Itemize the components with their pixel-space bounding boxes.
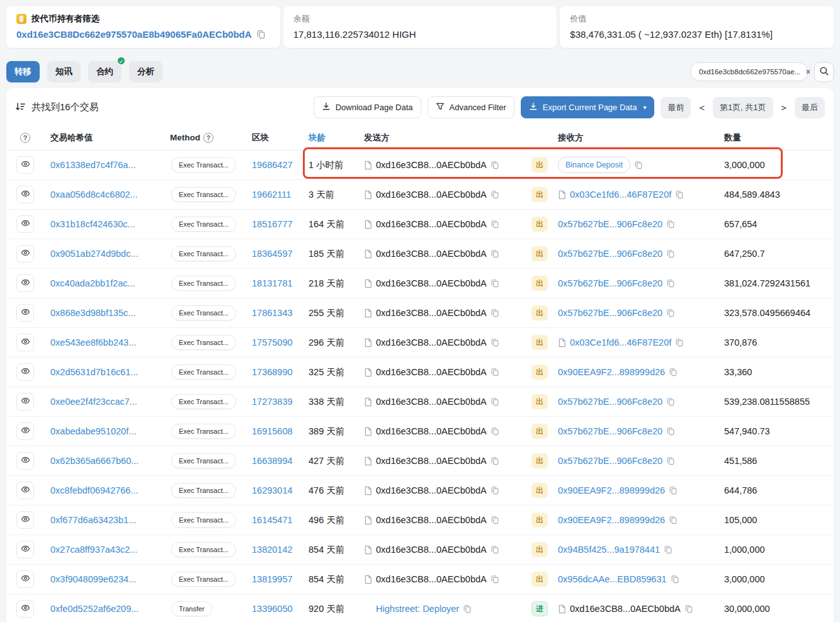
view-details-button[interactable] [16, 422, 34, 440]
tx-hash-link[interactable]: 0x868e3d98bf135c... [50, 308, 135, 318]
view-details-button[interactable] [16, 186, 34, 203]
copy-icon[interactable] [666, 308, 675, 317]
from-address[interactable]: 0xd16e3CB8...0AECb0bdA [376, 426, 487, 436]
block-link[interactable]: 18364597 [252, 249, 293, 259]
export-page-data-button[interactable]: Export Current Page Data ▾ [521, 96, 655, 118]
tx-hash-link[interactable]: 0xfe0d5252af6e209... [50, 604, 139, 614]
block-link[interactable]: 17861343 [252, 308, 293, 318]
method-badge[interactable]: Exec Transact... [171, 424, 236, 439]
copy-icon[interactable] [491, 279, 499, 288]
from-address[interactable]: 0xd16e3CB8...0AECb0bdA [376, 574, 487, 584]
copy-icon[interactable] [666, 456, 675, 465]
to-address[interactable]: Binance Deposit [558, 157, 630, 173]
copy-icon[interactable] [684, 604, 693, 613]
from-address[interactable]: 0xd16e3CB8...0AECb0bdA [376, 308, 487, 318]
column-header-age-sort[interactable]: 块龄 [301, 132, 360, 144]
copy-icon[interactable] [664, 545, 673, 554]
from-address[interactable]: 0xd16e3CB8...0AECb0bdA [376, 160, 487, 170]
method-badge[interactable]: Exec Transact... [171, 157, 236, 172]
tab-transfers[interactable]: 转移 [6, 61, 40, 82]
block-link[interactable]: 16915608 [252, 426, 293, 436]
from-address[interactable]: 0xd16e3CB8...0AECb0bdA [376, 249, 487, 259]
view-details-button[interactable] [16, 541, 34, 558]
copy-icon[interactable] [463, 604, 472, 613]
view-details-button[interactable] [16, 156, 34, 174]
block-link[interactable]: 18131781 [252, 278, 293, 288]
tx-hash-link[interactable]: 0x2d5631d7b16c61... [50, 367, 139, 377]
copy-icon[interactable] [666, 279, 675, 288]
tx-hash-link[interactable]: 0x31b18cf424630c... [50, 219, 135, 229]
holder-address-link[interactable]: 0xd16e3CB8Dc662e975570aE8b49065Fa0AECb0b… [16, 29, 252, 40]
copy-icon[interactable] [491, 427, 499, 436]
view-details-button[interactable] [16, 600, 34, 618]
tx-hash-link[interactable]: 0xe543ee8f6bb243... [50, 337, 136, 348]
tx-hash-link[interactable]: 0x27ca8ff937a43c2... [50, 545, 137, 555]
copy-icon[interactable] [666, 427, 675, 436]
advanced-filter-button[interactable]: Advanced Filter [428, 96, 514, 118]
method-badge[interactable]: Exec Transact... [171, 276, 236, 291]
to-address[interactable]: 0x956dcAAe...EBD859631 [558, 574, 667, 584]
view-details-button[interactable] [16, 245, 34, 263]
to-address[interactable]: 0x90EEA9F2...898999d26 [558, 367, 665, 377]
method-help-icon[interactable]: ? [203, 133, 213, 143]
tx-hash-link[interactable]: 0xc40ada2bb1f2ac... [50, 278, 135, 288]
copy-icon[interactable] [491, 397, 499, 406]
pagination-prev-button[interactable]: < [697, 98, 706, 118]
pagination-last-button[interactable]: 最后 [795, 97, 825, 118]
method-badge[interactable]: Transfer [171, 601, 212, 616]
block-link[interactable]: 16293014 [252, 485, 293, 495]
block-link[interactable]: 19686427 [252, 160, 293, 170]
copy-icon[interactable] [666, 249, 675, 258]
copy-icon[interactable] [666, 397, 675, 406]
to-address[interactable]: 0x57b627bE...906Fc8e20 [558, 456, 662, 466]
to-address[interactable]: 0x57b627bE...906Fc8e20 [558, 426, 662, 436]
method-badge[interactable]: Exec Transact... [171, 394, 236, 409]
block-link[interactable]: 16145471 [252, 515, 293, 525]
to-address[interactable]: 0x57b627bE...906Fc8e20 [558, 308, 662, 318]
method-badge[interactable]: Exec Transact... [171, 246, 236, 261]
clear-search-icon[interactable]: × [805, 67, 810, 76]
tx-hash-link[interactable]: 0xf677d6a63423b1... [50, 515, 136, 525]
view-details-button[interactable] [16, 393, 34, 410]
copy-icon[interactable] [491, 368, 499, 376]
block-link[interactable]: 13820142 [252, 545, 293, 555]
copy-icon[interactable] [491, 161, 499, 169]
tab-info[interactable]: 知讯 [47, 61, 81, 82]
block-link[interactable]: 17273839 [252, 397, 293, 407]
sort-icon[interactable] [15, 101, 26, 114]
tx-hash-link[interactable]: 0x9051ab274d9bdc... [50, 249, 139, 259]
block-link[interactable]: 13396050 [252, 604, 293, 614]
copy-icon[interactable] [491, 338, 499, 347]
to-address[interactable]: 0xd16e3CB8...0AECb0bdA [570, 604, 681, 614]
to-address[interactable]: 0x94B5f425...9a1978441 [558, 545, 660, 555]
copy-icon[interactable] [491, 545, 499, 554]
block-link[interactable]: 13819957 [252, 574, 293, 584]
view-details-button[interactable] [16, 304, 34, 322]
copy-icon[interactable] [675, 190, 684, 199]
block-link[interactable]: 19662111 [252, 189, 291, 200]
method-badge[interactable]: Exec Transact... [171, 305, 236, 320]
copy-icon[interactable] [669, 486, 678, 495]
from-address[interactable]: 0xd16e3CB8...0AECb0bdA [376, 189, 487, 200]
from-address[interactable]: 0xd16e3CB8...0AECb0bdA [376, 545, 487, 555]
tx-hash-link[interactable]: 0xabedabe951020f... [50, 426, 136, 436]
copy-icon[interactable] [491, 575, 499, 584]
copy-icon[interactable] [669, 368, 678, 376]
from-address[interactable]: 0xd16e3CB8...0AECb0bdA [376, 367, 487, 377]
tx-hash-link[interactable]: 0xc8febdf06942766... [50, 485, 138, 495]
search-button[interactable] [814, 62, 834, 82]
block-link[interactable]: 17575090 [252, 337, 293, 348]
method-badge[interactable]: Exec Transact... [171, 187, 236, 202]
copy-icon[interactable] [256, 30, 266, 39]
method-badge[interactable]: Exec Transact... [171, 217, 236, 232]
from-address[interactable]: 0xd16e3CB8...0AECb0bdA [376, 219, 487, 229]
copy-icon[interactable] [491, 486, 499, 495]
from-address[interactable]: 0xd16e3CB8...0AECb0bdA [376, 278, 487, 288]
from-address[interactable]: 0xd16e3CB8...0AECb0bdA [376, 485, 487, 495]
copy-icon[interactable] [675, 338, 684, 347]
tx-hash-link[interactable]: 0x62b365a6667b60... [50, 456, 139, 466]
from-address[interactable]: 0xd16e3CB8...0AECb0bdA [376, 456, 487, 466]
search-input[interactable]: 0xd16e3cb8dc662e975570ae... × [690, 62, 809, 81]
to-address[interactable]: 0x90EEA9F2...898999d26 [558, 515, 665, 525]
download-page-data-button[interactable]: Download Page Data [314, 96, 421, 118]
